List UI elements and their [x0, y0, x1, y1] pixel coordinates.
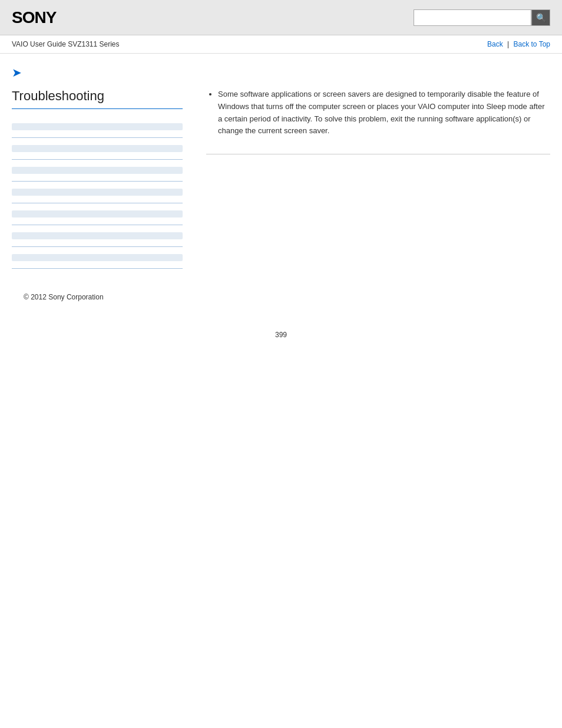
header: SONY 🔍: [0, 0, 562, 35]
sidebar-link-placeholder[interactable]: [12, 145, 183, 152]
sidebar-link-placeholder[interactable]: [12, 210, 183, 218]
right-content: Some software applications or screen sav…: [194, 88, 550, 269]
sidebar: Troubleshooting: [12, 88, 194, 269]
list-item: [12, 182, 183, 203]
nav-links: Back | Back to Top: [487, 40, 550, 48]
sony-logo: SONY: [12, 8, 56, 27]
sidebar-link-placeholder[interactable]: [12, 167, 183, 174]
page-number-container: 399: [0, 313, 562, 357]
sidebar-links: [12, 116, 183, 269]
page-footer: © 2012 Sony Corporation: [12, 292, 550, 301]
content-bullet: Some software applications or screen sav…: [218, 88, 550, 137]
sidebar-link-placeholder[interactable]: [12, 254, 183, 261]
content-list: Some software applications or screen sav…: [206, 88, 550, 137]
nav-bar: VAIO User Guide SVZ1311 Series Back | Ba…: [0, 35, 562, 54]
main-content: ➤ Troubleshooting: [0, 54, 562, 313]
content-layout: Troubleshooting: [12, 88, 550, 269]
search-area: 🔍: [414, 9, 550, 26]
sidebar-link-placeholder[interactable]: [12, 123, 183, 130]
sidebar-link-placeholder[interactable]: [12, 189, 183, 196]
list-item: [12, 138, 183, 160]
list-item: [12, 160, 183, 182]
content-section: Some software applications or screen sav…: [206, 88, 550, 154]
search-button[interactable]: 🔍: [531, 9, 550, 26]
list-item: [12, 225, 183, 247]
chevron-icon: ➤: [12, 65, 550, 88]
breadcrumb: VAIO User Guide SVZ1311 Series: [12, 40, 120, 48]
nav-separator: |: [507, 40, 509, 48]
list-item: [12, 116, 183, 138]
chevron-right-icon: ➤: [12, 65, 22, 80]
list-item: [12, 203, 183, 225]
copyright-text: © 2012 Sony Corporation: [24, 293, 104, 301]
sidebar-link-placeholder[interactable]: [12, 232, 183, 239]
search-input[interactable]: [414, 9, 531, 26]
list-item: [12, 247, 183, 269]
page-number: 399: [275, 331, 287, 339]
back-to-top-link[interactable]: Back to Top: [514, 40, 550, 48]
sidebar-title: Troubleshooting: [12, 88, 183, 109]
back-link[interactable]: Back: [487, 40, 503, 48]
search-icon: 🔍: [536, 13, 546, 22]
